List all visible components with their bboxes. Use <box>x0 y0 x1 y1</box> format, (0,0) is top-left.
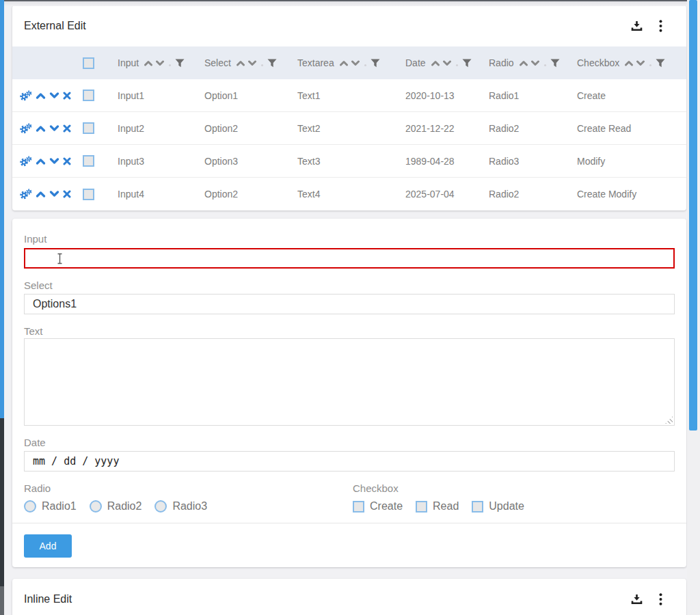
delete-icon[interactable] <box>63 92 71 100</box>
card-title: Inline Edit <box>24 593 631 605</box>
resize-grip-icon[interactable] <box>665 416 673 424</box>
filter-icon[interactable] <box>462 59 472 68</box>
checkbox-option-label: Create <box>370 500 403 512</box>
cell-select: Option3 <box>204 156 297 167</box>
select-field[interactable]: Options1 <box>24 294 675 314</box>
cell-textarea: Text2 <box>297 123 405 134</box>
textarea-field[interactable] <box>24 338 675 426</box>
right-scrollbar-thumb[interactable] <box>689 0 697 430</box>
checkbox-group: Create Read Update <box>353 500 537 512</box>
checkbox-option-label: Read <box>433 500 459 512</box>
column-label: Input <box>118 57 139 68</box>
cell-textarea: Text1 <box>297 90 405 101</box>
input-field[interactable] <box>24 248 675 269</box>
row-checkbox[interactable] <box>83 189 94 200</box>
sort-asc-icon[interactable] <box>236 60 245 66</box>
column-header-select: Select <box>204 57 297 68</box>
radio-option-button[interactable] <box>154 500 167 512</box>
move-up-icon[interactable] <box>36 92 46 99</box>
sort-desc-icon[interactable] <box>155 60 165 66</box>
radio-option-label: Radio2 <box>107 500 142 512</box>
left-scrollbar-foot <box>0 586 4 615</box>
kebab-menu-icon[interactable] <box>659 20 662 32</box>
column-header-input: Input <box>118 57 204 68</box>
table-header-row: Input Select Textarea D <box>12 46 686 79</box>
filter-icon[interactable] <box>371 59 380 68</box>
filter-icon[interactable] <box>267 59 277 68</box>
cogs-icon[interactable] <box>19 90 32 101</box>
sort-asc-icon[interactable] <box>144 60 153 66</box>
column-header-radio: Radio <box>489 57 577 68</box>
separator-dot <box>169 64 171 66</box>
checkbox-option-box[interactable] <box>416 501 427 512</box>
column-header-textarea: Textarea <box>297 57 405 68</box>
cell-select: Option1 <box>204 90 297 101</box>
move-down-icon[interactable] <box>49 191 59 197</box>
column-header-date: Date <box>405 57 489 68</box>
cell-radio: Radio2 <box>489 123 577 134</box>
column-label: Radio <box>489 57 514 68</box>
table-row: Input2 Option2 Text2 2021-12-22 Radio2 C… <box>12 112 686 145</box>
cell-radio: Radio2 <box>489 189 577 200</box>
column-label: Checkbox <box>577 57 619 68</box>
select-all-checkbox[interactable] <box>83 57 94 69</box>
table-row: Input1 Option1 Text1 2020-10-13 Radio1 C… <box>12 79 686 112</box>
cell-select: Option2 <box>204 189 297 200</box>
cell-date: 2021-12-22 <box>405 123 489 134</box>
vertical-scrollbar-left[interactable] <box>0 0 4 615</box>
delete-icon[interactable] <box>63 157 71 165</box>
cell-checkbox: Modify <box>577 156 686 167</box>
row-checkbox[interactable] <box>83 90 94 101</box>
date-field-value: mm / dd / yyyy <box>33 455 119 467</box>
cell-checkbox: Create Read <box>577 123 686 134</box>
sort-desc-icon[interactable] <box>530 60 540 66</box>
radio-option-label: Radio1 <box>42 500 77 512</box>
add-button[interactable]: Add <box>24 534 72 558</box>
select-field-value: Options1 <box>33 298 77 310</box>
cell-date: 1989-04-28 <box>405 156 489 167</box>
separator-dot <box>261 64 263 66</box>
delete-icon[interactable] <box>63 190 71 198</box>
checkbox-option-box[interactable] <box>353 501 364 512</box>
filter-icon[interactable] <box>550 59 560 68</box>
cogs-icon[interactable] <box>19 156 32 167</box>
kebab-menu-icon[interactable] <box>659 593 662 605</box>
cell-radio: Radio1 <box>489 90 577 101</box>
sort-asc-icon[interactable] <box>339 60 349 66</box>
cogs-icon[interactable] <box>19 189 32 200</box>
sort-desc-icon[interactable] <box>442 60 452 66</box>
filter-icon[interactable] <box>656 59 665 68</box>
vertical-scrollbar-right[interactable] <box>687 0 700 615</box>
sort-asc-icon[interactable] <box>519 60 528 66</box>
sort-asc-icon[interactable] <box>431 60 440 66</box>
sort-desc-icon[interactable] <box>636 60 645 66</box>
column-label: Date <box>405 57 426 68</box>
left-scrollbar-thumb[interactable] <box>0 0 4 418</box>
radio-option-label: Radio3 <box>172 500 207 512</box>
row-checkbox[interactable] <box>83 155 94 167</box>
radio-option-button[interactable] <box>90 500 102 512</box>
select-field-label: Select <box>24 279 675 292</box>
cell-date: 2025-07-04 <box>405 189 489 200</box>
sort-asc-icon[interactable] <box>624 60 634 66</box>
download-icon[interactable] <box>631 20 643 31</box>
radio-option-button[interactable] <box>24 500 36 512</box>
move-up-icon[interactable] <box>36 125 46 132</box>
sort-desc-icon[interactable] <box>247 60 257 66</box>
sort-desc-icon[interactable] <box>351 60 360 66</box>
move-up-icon[interactable] <box>36 191 46 197</box>
move-down-icon[interactable] <box>49 92 59 99</box>
column-label: Textarea <box>297 57 334 68</box>
cogs-icon[interactable] <box>19 123 32 134</box>
date-field[interactable]: mm / dd / yyyy <box>24 451 675 472</box>
delete-icon[interactable] <box>63 124 71 133</box>
row-checkbox[interactable] <box>83 122 94 134</box>
filter-icon[interactable] <box>175 59 185 68</box>
external-edit-header: External Edit <box>12 5 686 46</box>
table-row: Input3 Option3 Text3 1989-04-28 Radio3 M… <box>12 145 686 178</box>
checkbox-option-box[interactable] <box>472 501 483 512</box>
move-down-icon[interactable] <box>49 158 59 165</box>
move-up-icon[interactable] <box>36 158 46 165</box>
download-icon[interactable] <box>631 594 643 605</box>
move-down-icon[interactable] <box>49 125 59 132</box>
